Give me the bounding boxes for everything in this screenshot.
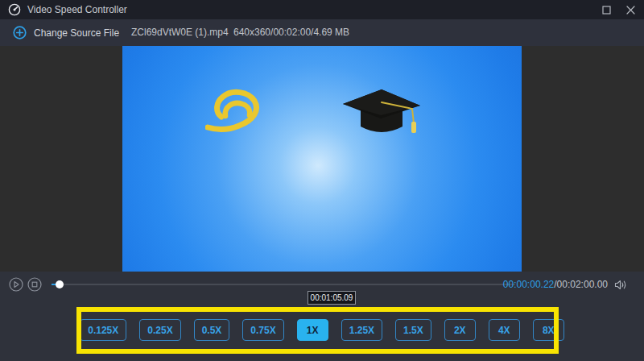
seek-time-tooltip: 00:01:05.09	[308, 291, 356, 305]
speed-button-05x[interactable]: 0.5X	[194, 319, 230, 341]
maximize-button[interactable]	[601, 4, 612, 15]
play-button[interactable]	[9, 277, 23, 292]
change-source-label: Change Source File	[34, 27, 119, 39]
playback-controls: 00:01:05.09 00:00:00.22/00:02:00.00	[0, 272, 644, 307]
volume-icon[interactable]	[614, 279, 627, 291]
yellow-swirl-graphic	[205, 86, 273, 138]
app-icon	[8, 3, 21, 16]
seek-bar-thumb[interactable]	[56, 280, 64, 288]
current-time: 00:00:00.22	[503, 279, 554, 290]
close-button[interactable]	[625, 4, 636, 15]
speed-button-025x[interactable]: 0.25X	[139, 319, 180, 341]
stop-button[interactable]	[27, 277, 42, 292]
change-source-button[interactable]: Change Source File	[13, 19, 119, 46]
speed-button-0125x[interactable]: 0.125X	[80, 319, 126, 341]
toolbar: Change Source File ZCl69dVtW0E (1).mp4 6…	[0, 19, 644, 46]
video-stage	[0, 46, 644, 272]
speed-button-2x[interactable]: 2X	[444, 319, 476, 341]
titlebar: Video Speed Controller	[0, 0, 644, 19]
speed-button-4x[interactable]: 4X	[489, 319, 520, 341]
speed-button-1x[interactable]: 1X	[297, 319, 328, 341]
graduation-cap-graphic	[340, 85, 423, 144]
video-frame[interactable]	[122, 46, 522, 272]
speed-button-075x[interactable]: 0.75X	[242, 319, 283, 341]
window-title: Video Speed Controller	[27, 4, 127, 15]
plus-circle-icon	[13, 26, 27, 39]
speed-selection-bar: 0.125X 0.25X 0.5X 0.75X 1X 1.25X 1.5X 2X…	[0, 307, 644, 361]
speed-button-row: 0.125X 0.25X 0.5X 0.75X 1X 1.25X 1.5X 2X…	[0, 319, 644, 341]
app-window: Video Speed Controller Change Source Fil…	[0, 0, 644, 361]
total-duration: 00:02:00.00	[557, 279, 608, 290]
speed-button-15x[interactable]: 1.5X	[395, 319, 431, 341]
seek-bar-track[interactable]	[52, 284, 515, 285]
time-display: 00:00:00.22/00:02:00.00	[503, 279, 608, 290]
speed-button-8x[interactable]: 8X	[533, 319, 564, 341]
file-info: 640x360/00:02:00/4.69 MB	[233, 19, 349, 46]
loaded-filename: ZCl69dVtW0E (1).mp4	[131, 19, 229, 46]
speed-button-125x[interactable]: 1.25X	[341, 319, 382, 341]
